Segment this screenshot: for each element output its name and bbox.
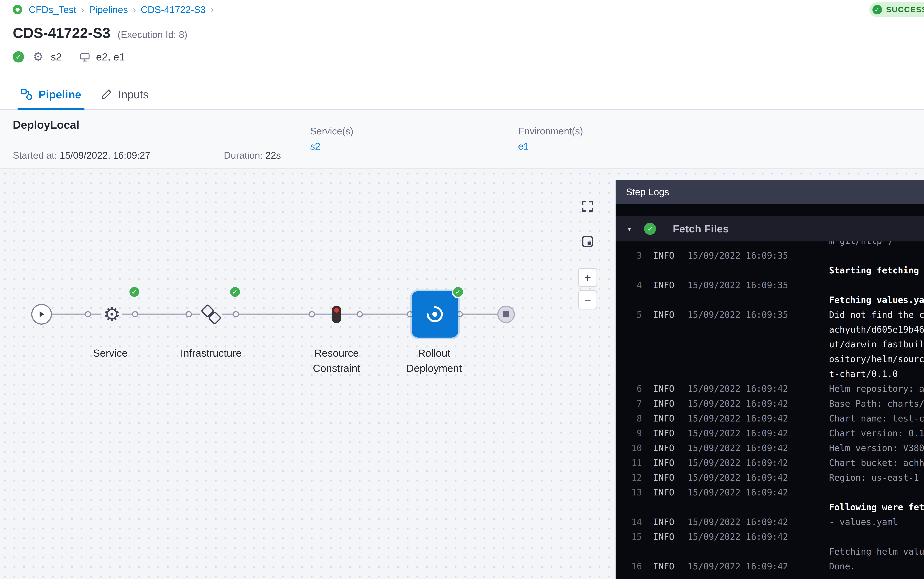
log-row: Fetching values.yaml from helm chart rep… bbox=[615, 293, 924, 307]
log-level: INFO bbox=[653, 470, 687, 485]
log-row: 8INFO15/09/2022 16:09:42Chart name: test… bbox=[615, 411, 924, 426]
log-timestamp: 15/09/2022 16:09:42 bbox=[687, 441, 829, 456]
log-level: INFO bbox=[653, 515, 687, 530]
status-badge-label: SUCCESS bbox=[886, 5, 924, 14]
environment-link[interactable]: e1 bbox=[518, 141, 583, 152]
log-timestamp: 15/09/2022 16:09:42 bbox=[687, 456, 829, 470]
infrastructure-node[interactable] bbox=[200, 303, 222, 325]
zoom-in-button[interactable]: + bbox=[578, 268, 597, 287]
log-line-number: 12 bbox=[615, 470, 642, 485]
stage-services: Service(s) s2 bbox=[310, 118, 518, 161]
connector-dot[interactable] bbox=[132, 311, 139, 317]
log-step-section-header[interactable]: ▾ ✓ Fetch Files ↑ ↓ 9s bbox=[615, 216, 924, 241]
log-line-number: 11 bbox=[615, 456, 642, 470]
rollout-deployment-node[interactable] bbox=[412, 291, 458, 338]
log-line-number: 16 bbox=[615, 559, 642, 574]
end-node[interactable] bbox=[497, 306, 515, 323]
project-logo-icon bbox=[13, 5, 22, 15]
connector-dot[interactable] bbox=[356, 311, 363, 317]
service-node[interactable]: ⚙ bbox=[101, 304, 122, 325]
stage-info: DeployLocal Started at: 15/09/2022, 16:0… bbox=[13, 118, 224, 161]
log-timestamp bbox=[687, 544, 829, 559]
log-message bbox=[829, 248, 924, 263]
log-line-number: 8 bbox=[615, 411, 642, 426]
log-row: 10INFO15/09/2022 16:09:42Helm version: V… bbox=[615, 441, 924, 456]
log-level: INFO bbox=[653, 396, 687, 411]
log-row: Fetching helm values completed successfu… bbox=[615, 544, 924, 559]
log-row: 16INFO15/09/2022 16:09:42Done. bbox=[615, 559, 924, 574]
connector-dot[interactable] bbox=[233, 311, 239, 317]
breadcrumb-project[interactable]: CFDs_Test bbox=[29, 4, 76, 15]
log-message: Fetching values.yaml from helm chart rep… bbox=[829, 293, 924, 307]
services-label: Service(s) bbox=[310, 126, 518, 137]
log-message: Base Path: charts/ bbox=[829, 396, 924, 411]
meta-row: ✓ ⚙ s2 e2, e1 Admin bbox=[13, 50, 924, 64]
service-node-label: Service bbox=[66, 345, 154, 361]
log-timestamp bbox=[687, 241, 829, 248]
log-message: Following were fetched successfully : bbox=[829, 500, 924, 515]
log-level: INFO bbox=[653, 248, 687, 263]
log-timestamp: 15/09/2022 16:09:35 bbox=[687, 248, 829, 263]
service-link[interactable]: s2 bbox=[310, 141, 518, 152]
log-row: Starting fetching Helm values bbox=[615, 263, 924, 278]
breadcrumb-pipeline-name[interactable]: CDS-41722-S3 bbox=[140, 4, 206, 15]
play-icon bbox=[37, 310, 46, 319]
infrastructure-node-label: Infrastructure bbox=[163, 345, 259, 361]
log-level: INFO bbox=[653, 441, 687, 456]
connector-line bbox=[458, 314, 497, 315]
tab-inputs-label: Inputs bbox=[118, 88, 149, 101]
log-timestamp: 15/09/2022 16:09:42 bbox=[687, 485, 829, 500]
log-level: INFO bbox=[653, 485, 687, 500]
log-message: Chart version: 0.1.0 bbox=[829, 426, 924, 441]
log-row: 3INFO15/09/2022 16:09:35 bbox=[615, 248, 924, 263]
service-tag: s2 bbox=[51, 51, 62, 63]
log-timestamp bbox=[687, 263, 829, 278]
log-timestamp: 15/09/2022 16:09:42 bbox=[687, 515, 829, 530]
page-title: CDS-41722-S3 bbox=[13, 25, 110, 41]
log-line-number: 15 bbox=[615, 530, 642, 544]
canvas-fit-view-icon[interactable] bbox=[581, 235, 594, 248]
rollout-icon bbox=[425, 305, 444, 324]
log-line-number bbox=[615, 500, 642, 515]
resource-constraint-label: Resource Constraint bbox=[305, 345, 368, 376]
zoom-out-button[interactable]: − bbox=[578, 290, 597, 309]
environment-tag: e2, e1 bbox=[96, 51, 125, 63]
duration-value: 22s bbox=[265, 150, 281, 161]
log-message: - values.yaml bbox=[829, 515, 924, 530]
log-panel-header: Step Logs Console View bbox=[615, 180, 924, 204]
log-line-number bbox=[615, 241, 642, 248]
log-level: INFO bbox=[653, 381, 687, 396]
stage-summary-bar: DeployLocal Started at: 15/09/2022, 16:0… bbox=[0, 110, 924, 169]
breadcrumb-pipelines[interactable]: Pipelines bbox=[89, 4, 128, 15]
log-message: Chart bucket: achhelmbucket bbox=[829, 456, 924, 470]
log-line-number: 7 bbox=[615, 396, 642, 411]
success-check-icon: ✓ bbox=[452, 285, 464, 298]
canvas-fullscreen-icon[interactable] bbox=[581, 200, 594, 213]
breadcrumb: CFDs_Test › Pipelines › CDS-41722-S3 › ✓… bbox=[13, 2, 924, 18]
start-node[interactable] bbox=[31, 304, 52, 325]
log-message: Done. bbox=[829, 559, 924, 574]
step-logs-panel: Step Logs Console View ▾ ✓ Fetch Files ↑ bbox=[615, 180, 924, 579]
chevron-down-icon[interactable]: ▾ bbox=[627, 224, 632, 234]
log-row: 9INFO15/09/2022 16:09:42Chart version: 0… bbox=[615, 426, 924, 441]
stage-name: DeployLocal bbox=[13, 118, 224, 131]
resource-constraint-node[interactable] bbox=[332, 306, 341, 323]
log-line-number bbox=[615, 263, 642, 278]
log-level bbox=[653, 293, 687, 307]
log-timestamp: 15/09/2022 16:09:35 bbox=[687, 307, 829, 381]
log-row: 12INFO15/09/2022 16:09:42Region: us-east… bbox=[615, 470, 924, 485]
connector-dot[interactable] bbox=[309, 311, 315, 317]
tab-inputs[interactable]: Inputs bbox=[91, 80, 158, 109]
log-timestamp: 15/09/2022 16:09:42 bbox=[687, 530, 829, 544]
stage-environments: Environment(s) e1 bbox=[518, 118, 583, 161]
log-level: INFO bbox=[653, 530, 687, 544]
service-status-check-icon: ✓ bbox=[13, 51, 24, 62]
tab-pipeline[interactable]: Pipeline bbox=[11, 80, 91, 109]
log-timestamp: 15/09/2022 16:09:42 bbox=[687, 426, 829, 441]
connector-dot[interactable] bbox=[186, 311, 192, 317]
connector-dot[interactable] bbox=[85, 311, 91, 317]
environments-label: Environment(s) bbox=[518, 126, 583, 137]
log-timestamp: 15/09/2022 16:09:42 bbox=[687, 411, 829, 426]
log-line-number: 9 bbox=[615, 426, 642, 441]
stage-duration: Duration: 22s bbox=[224, 118, 310, 161]
